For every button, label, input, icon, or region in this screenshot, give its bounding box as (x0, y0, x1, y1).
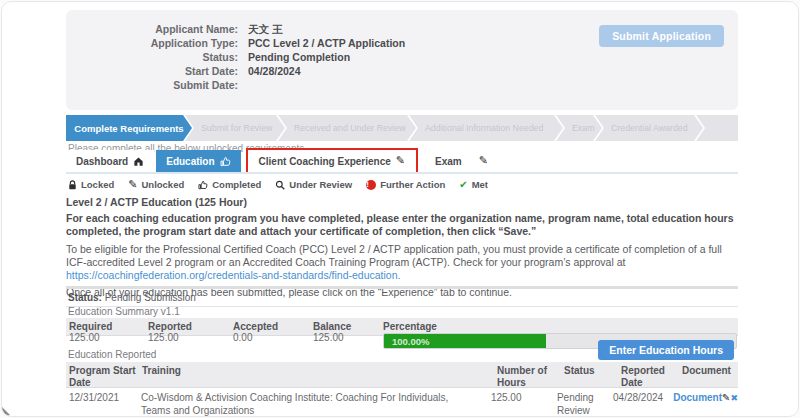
training-cell: Co-Wisdom & Activision Coaching Institut… (141, 392, 491, 417)
tab-label: Education (166, 156, 214, 167)
pencil-icon: ✎ (396, 156, 405, 166)
paragraph-text: To be eligible for the Professional Cert… (66, 243, 722, 268)
program-start-date-cell: 12/31/2021 (66, 392, 141, 417)
education-instructions: Level 2 / ACTP Education (125 Hour) For … (66, 196, 738, 299)
pencil-icon: ✎ (128, 180, 137, 190)
application-page: Applicant Name: 天文 王 Application Type: P… (1, 1, 799, 417)
tab-bar: Dashboard Education Client Coaching Expe… (66, 150, 504, 172)
check-icon: ✔ (459, 179, 467, 190)
education-reported-label: Education Reported (68, 349, 156, 360)
tab-label: Exam (435, 156, 462, 167)
document-link[interactable]: Document (673, 392, 722, 403)
column-header-status: Status (564, 365, 621, 384)
step-credential-awarded: Credential Awarded (595, 115, 703, 141)
status-label: Status: (68, 292, 102, 303)
status-value: Pending Submission (105, 292, 196, 303)
column-header-reported-date: Reported Date (621, 365, 682, 384)
balance-value: 125.00 (313, 332, 383, 349)
column-header-number-of-hours: Number of Hours (497, 365, 564, 384)
legend-locked: Locked (68, 179, 114, 190)
document-cell: Document✎✖ (673, 392, 738, 417)
legend-unlocked: ✎ Unlocked (128, 179, 184, 190)
field-label: Submit Date: (66, 79, 238, 93)
progress-stepper: Complete Requirements Submit for Review … (66, 115, 738, 141)
column-header-reported: Reported (148, 321, 233, 332)
column-header-balance: Balance (313, 321, 383, 332)
column-header-program-start-date: Program Start Date (66, 365, 142, 384)
field-label: Applicant Name: (66, 23, 238, 37)
legend-label: Met (472, 179, 488, 190)
column-header-percentage: Percentage (383, 321, 738, 332)
column-header-document: Document (682, 365, 738, 384)
thumbs-up-icon (198, 180, 208, 190)
delete-document-icon[interactable]: ✖ (730, 393, 738, 403)
legend-label: Unlocked (141, 179, 184, 190)
status-cell: Pending Review (557, 392, 613, 417)
legend-label: Locked (81, 179, 114, 190)
submit-application-button[interactable]: Submit Application (599, 25, 724, 47)
legend-label: Completed (212, 179, 261, 190)
column-header-accepted: Accepted (233, 321, 313, 332)
magnifier-icon (275, 180, 285, 190)
enter-education-hours-button[interactable]: Enter Education Hours (598, 340, 734, 360)
highlighted-tab-wrapper: Client Coaching Experience ✎ (249, 150, 415, 172)
tab-education[interactable]: Education (156, 150, 240, 172)
find-education-link[interactable]: https://coachingfederation.org/credentia… (66, 269, 400, 281)
status-field: Status: Pending Completion (66, 51, 738, 65)
step-additional-information-needed: Additional Information Needed (409, 115, 563, 141)
section-title: Level 2 / ACTP Education (125 Hour) (66, 196, 738, 209)
instruction-paragraph-1: For each coaching education program you … (66, 212, 738, 238)
section-divider (66, 286, 738, 289)
tab-bar-underline (66, 172, 738, 174)
field-label: Application Type: (66, 37, 238, 51)
column-header-required: Required (66, 321, 148, 332)
field-label: Status: (66, 51, 238, 65)
legend-further-action: ! Further Action (366, 179, 445, 190)
application-summary-header: Applicant Name: 天文 王 Application Type: P… (66, 10, 738, 110)
exclamation-icon: ! (366, 180, 376, 190)
tab-dashboard[interactable]: Dashboard (66, 150, 154, 172)
field-value: Pending Completion (248, 51, 350, 65)
tab-label: Client Coaching Experience (259, 156, 391, 167)
step-complete-requirements: Complete Requirements (66, 115, 192, 141)
field-value: 04/28/2024 (248, 65, 301, 79)
legend-label: Further Action (380, 179, 445, 190)
table-row: 12/31/2021 Co-Wisdom & Activision Coachi… (66, 390, 738, 417)
field-value: PCC Level 2 / ACTP Application (248, 37, 405, 51)
mouse-cursor (1, 405, 12, 417)
lock-icon (68, 180, 77, 190)
reported-value: 125.00 (148, 332, 233, 349)
accepted-value: 0.00 (233, 332, 313, 349)
column-header-training: Training (142, 365, 497, 384)
field-label: Start Date: (66, 65, 238, 79)
hours-cell: 125.00 (491, 392, 557, 417)
step-submit-for-review: Submit for Review (185, 115, 285, 141)
submit-date-field: Submit Date: (66, 79, 738, 93)
reported-date-cell: 04/28/2024 (613, 392, 673, 417)
step-received-under-review: Received and Under Review (278, 115, 416, 141)
reported-table-header: Program Start Date Training Number of Ho… (66, 362, 738, 388)
status-legend: Locked ✎ Unlocked Completed Under Review… (68, 179, 488, 190)
required-value: 125.00 (66, 332, 148, 349)
start-date-field: Start Date: 04/28/2024 (66, 65, 738, 79)
home-icon (133, 156, 144, 167)
tab-label: Dashboard (76, 156, 128, 167)
progress-bar-fill: 100.00% (384, 334, 546, 348)
thumbs-up-icon (220, 156, 231, 167)
tab-exam[interactable]: Exam ✎ (425, 150, 504, 172)
legend-met: ✔ Met (459, 179, 488, 190)
legend-label: Under Review (289, 179, 352, 190)
field-value: 天文 王 (248, 23, 282, 37)
pencil-icon: ✎ (479, 156, 488, 166)
instruction-paragraph-2: To be eligible for the Professional Cert… (66, 243, 738, 282)
legend-completed: Completed (198, 179, 261, 190)
legend-under-review: Under Review (275, 179, 352, 190)
tab-client-coaching-experience[interactable]: Client Coaching Experience ✎ (249, 150, 415, 172)
